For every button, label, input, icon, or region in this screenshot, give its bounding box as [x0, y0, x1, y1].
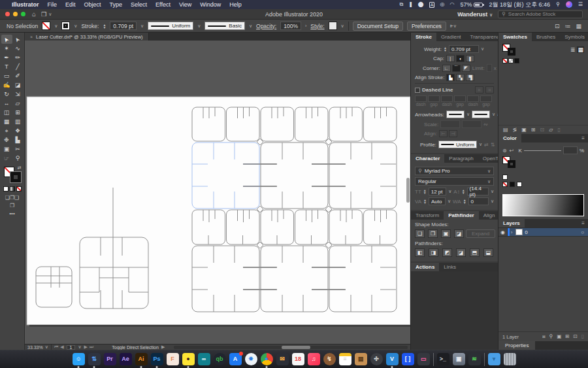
stroke-color-swatch[interactable] [61, 22, 70, 30]
pathfinder-button[interactable]: ◩ [442, 248, 452, 257]
expand-button[interactable]: Expand [466, 229, 495, 238]
document-tab[interactable]: × Laser Cutter.dxf* @ 33.33% (RGB/GPU Pr… [25, 33, 149, 41]
chevron-down-icon[interactable]: ∨ [54, 24, 57, 29]
black-color-button[interactable] [510, 182, 515, 187]
dock-app-icon[interactable]: ↯ [323, 353, 336, 365]
pathfinder-button[interactable]: ◨ [429, 248, 438, 257]
dock-app-icon[interactable]: A [229, 353, 242, 365]
pathfinder-button[interactable]: ⬓ [483, 248, 493, 257]
tool-button[interactable]: ⚲ [12, 154, 24, 163]
menu-datetime[interactable]: 2월 18일 (화) 오후 6:46 [489, 1, 550, 9]
spotlight-icon[interactable]: ⚲ [556, 2, 560, 7]
swatches-footer-icon[interactable]: ≶ [513, 127, 517, 133]
panel-tab[interactable]: Actions [411, 263, 439, 271]
artboard-number-field[interactable]: 1 [67, 345, 76, 350]
panel-tab[interactable]: Paragraph [444, 154, 478, 163]
status-icon[interactable]: ⬤ [418, 2, 424, 8]
none-mode-button[interactable] [16, 186, 22, 192]
tool-button[interactable]: ∿ [12, 44, 24, 53]
swatches-footer-icon[interactable]: ▱ [549, 127, 553, 133]
panel-menu-icon[interactable]: ≡ [578, 134, 588, 142]
dock-app-icon[interactable]: ✉ [276, 353, 289, 365]
siri-icon[interactable] [566, 1, 572, 8]
weight-stepper[interactable]: ▲▼ [444, 46, 447, 52]
k-value-field[interactable] [563, 146, 578, 154]
list-view-icon[interactable]: ≣ [570, 46, 576, 53]
color-fill-stroke-indicator[interactable] [502, 156, 515, 168]
arrow-align-button[interactable]: ⊢ [439, 130, 448, 137]
font-style-dropdown[interactable]: Regular ∨ [415, 177, 494, 186]
panel-tab[interactable]: Swatches [498, 33, 532, 41]
canvas-vertical-scrollbar[interactable] [406, 178, 410, 203]
dock-app-icon[interactable]: ▾ [488, 353, 500, 365]
tool-button[interactable]: ↔ [1, 99, 12, 108]
status-arrow-icon[interactable]: ▶ [161, 344, 165, 350]
dock-app-icon[interactable]: ✵ [245, 353, 257, 365]
corner-button[interactable]: ⌒ [452, 65, 461, 72]
font-size-stepper[interactable]: ▲▼ [423, 189, 427, 194]
tool-button[interactable]: ▦ [1, 117, 12, 126]
gap-field[interactable] [480, 95, 492, 102]
dock-app-icon[interactable]: Ai [135, 353, 148, 365]
arrow-scale-start[interactable] [440, 120, 460, 128]
dock-app-icon[interactable]: Pr [104, 353, 116, 365]
dock-app-icon[interactable]: 18 [292, 353, 304, 365]
chevron-right-icon[interactable]: › [305, 24, 306, 28]
tool-button[interactable]: ◫ [1, 108, 12, 117]
zoom-level-dropdown[interactable]: 33.33% ∨ [27, 344, 52, 350]
arrow-scale-end[interactable] [462, 120, 482, 128]
pathfinder-button[interactable]: ◧ [415, 248, 425, 257]
align-options-icon[interactable]: ⫦∨ [450, 22, 457, 29]
layer-visibility-icon[interactable]: ◉ [498, 228, 508, 236]
swatches-footer-icon[interactable]: ▤ [503, 127, 508, 133]
weight-field[interactable]: 0.709 pt [449, 45, 479, 53]
panel-tab[interactable]: Align [479, 211, 500, 220]
tab-properties[interactable]: Properties [498, 341, 535, 350]
layer-row[interactable]: ◉ › 0 ○ [498, 227, 588, 237]
kerning-field[interactable]: Auto [429, 197, 446, 205]
tool-button[interactable]: ▱ [12, 99, 24, 108]
link-scale-icon[interactable]: ∾ [483, 122, 488, 127]
menu-item[interactable]: Effect [155, 1, 171, 8]
tool-button[interactable]: ⊞ [12, 108, 24, 117]
leading-stepper[interactable]: ▲▼ [462, 189, 465, 194]
layers-footer-icon[interactable]: ▯ [581, 333, 584, 340]
draw-mode-icons[interactable]: ❏❐❑ [0, 194, 24, 202]
color-mode-button[interactable] [3, 186, 8, 192]
tool-button[interactable]: ➤ [12, 35, 24, 44]
menu-item[interactable]: Edit [65, 1, 76, 8]
panel-tab[interactable]: Transform [411, 211, 444, 220]
align-stroke-button[interactable]: ▚ [456, 74, 465, 81]
registration-swatch[interactable] [508, 58, 514, 63]
cap-button[interactable]: ❘ [446, 55, 455, 62]
close-tab-icon[interactable]: × [30, 35, 33, 39]
align-stroke-button[interactable]: ▙ [446, 74, 455, 81]
layers-footer-icon[interactable]: ⊡ [574, 333, 578, 340]
last-artboard-button[interactable]: ⏭ [90, 344, 93, 350]
graphic-style-swatch[interactable] [329, 22, 337, 30]
zoom-window-button[interactable] [21, 12, 25, 16]
layer-thumbnail[interactable] [515, 229, 523, 235]
dash-preset-button[interactable]: ⌗ [475, 86, 483, 93]
fill-color-swatch[interactable] [42, 22, 50, 30]
control-bar-icon[interactable]: ▦ [576, 23, 581, 29]
more-tools-button[interactable]: ••• [0, 210, 24, 218]
dock-app-icon[interactable]: F [167, 353, 179, 365]
panel-tab[interactable]: Layers [498, 219, 525, 227]
chevron-down-icon[interactable]: ∨ [481, 46, 484, 52]
dock-app-icon[interactable]: [ ] [402, 353, 414, 365]
opacity-field[interactable]: 100% [280, 22, 301, 30]
tool-button[interactable]: ☞ [1, 154, 12, 163]
panel-tab[interactable]: Color [498, 134, 521, 142]
tool-button[interactable]: ↻ [1, 90, 12, 99]
dock-app-icon[interactable] [433, 353, 434, 366]
control-bar-icon[interactable]: ⊡ [555, 23, 560, 29]
font-size-field[interactable]: 12 pt [429, 188, 446, 195]
chevron-down-icon[interactable]: ∨ [492, 112, 495, 117]
tool-button[interactable]: ▥ [12, 117, 24, 126]
arrowhead-end-dropdown[interactable] [472, 110, 490, 118]
tool-button[interactable]: ✏ [12, 53, 24, 62]
dock-app-icon[interactable]: ▣ [453, 353, 465, 365]
stock-search-input[interactable]: ⚲ Search Adobe Stock [498, 10, 583, 18]
tool-button[interactable]: ✶ [1, 44, 12, 53]
